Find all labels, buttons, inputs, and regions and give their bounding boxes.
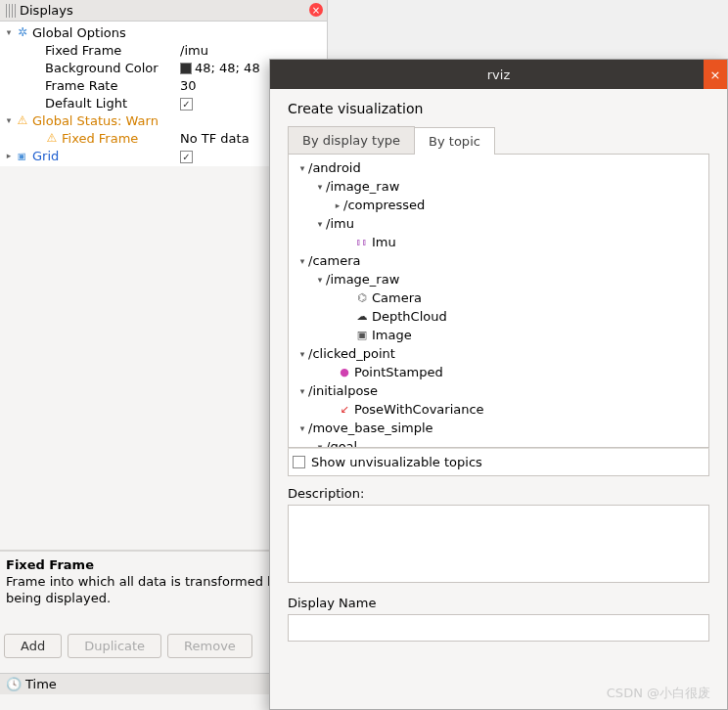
topic-row[interactable]: ↙PoseWithCovariance: [291, 400, 706, 419]
topic-label: /goal: [326, 439, 357, 447]
topic-label: PointStamped: [354, 365, 443, 379]
tab-by-display-type[interactable]: By display type: [288, 126, 415, 154]
add-button[interactable]: Add: [4, 634, 62, 658]
tree-label: Default Light: [45, 96, 127, 111]
tree-value[interactable]: No TF data: [180, 131, 250, 146]
expander-icon[interactable]: ▸: [4, 151, 14, 160]
expander-icon[interactable]: ▾: [296, 349, 308, 359]
topic-row[interactable]: ▾/goal: [291, 437, 706, 447]
topic-tree[interactable]: ▾/android▾/image_raw▸/compressed▾/imu⫾⫾I…: [289, 155, 708, 447]
show-unvisualizable-label: Show unvisualizable topics: [311, 455, 482, 469]
description-label: Description:: [288, 486, 709, 501]
topic-row[interactable]: ▾/clicked_point: [291, 344, 706, 363]
expander-icon[interactable]: ▾: [296, 256, 308, 266]
tree-label: Frame Rate: [45, 78, 117, 93]
topic-label: /imu: [326, 216, 354, 231]
tree-label: Grid: [32, 149, 59, 163]
topic-row[interactable]: ⫾⫾Imu: [291, 233, 706, 251]
topic-label: Camera: [372, 290, 422, 305]
show-unvisualizable-checkbox[interactable]: [293, 456, 305, 468]
topic-row[interactable]: ▾/image_raw: [291, 270, 706, 288]
button-row: Add Duplicate Remove: [4, 634, 252, 658]
tree-label: Fixed Frame: [45, 43, 121, 58]
duplicate-button: Duplicate: [68, 634, 161, 658]
expander-icon[interactable]: ▾: [314, 275, 326, 285]
expander-icon[interactable]: ▾: [314, 442, 326, 448]
topic-label: Image: [372, 328, 412, 342]
img2-icon: ▣: [355, 329, 369, 342]
topic-label: /move_base_simple: [308, 421, 433, 435]
description-textarea[interactable]: [288, 505, 709, 583]
tree-label: Global Options: [32, 25, 126, 40]
imu-icon: ⫾⫾: [355, 236, 369, 249]
dialog-close-icon[interactable]: ×: [704, 60, 727, 89]
tree-value[interactable]: 48; 48; 48: [180, 61, 260, 75]
expander-icon[interactable]: ▾: [4, 115, 14, 125]
tree-label: Fixed Frame: [62, 131, 138, 146]
rviz-dialog: rviz × Create visualization By display t…: [269, 59, 728, 710]
tree-label: Background Color: [45, 61, 159, 75]
tree-value[interactable]: ✓: [180, 149, 193, 163]
topic-row[interactable]: ●PointStamped: [291, 363, 706, 381]
clock-icon: 🕓: [6, 677, 22, 691]
tab-by-topic[interactable]: By topic: [414, 127, 495, 155]
show-unvisualizable-row[interactable]: Show unvisualizable topics: [288, 448, 709, 476]
pose-icon: ↙: [338, 403, 351, 417]
tree-row[interactable]: Fixed Frame/imu: [0, 41, 327, 59]
topic-label: /clicked_point: [308, 346, 395, 361]
topic-label: /image_raw: [326, 179, 399, 194]
tree-label: Global Status: Warn: [32, 113, 159, 128]
point-icon: ●: [338, 366, 351, 379]
topic-label: /compressed: [343, 198, 425, 212]
expander-icon[interactable]: ▾: [314, 219, 326, 229]
close-icon[interactable]: ×: [309, 3, 323, 17]
topic-label: /image_raw: [326, 272, 399, 287]
topic-row[interactable]: ▾/move_base_simple: [291, 419, 706, 437]
expander-icon[interactable]: ▾: [296, 386, 308, 396]
tree-value[interactable]: /imu: [180, 43, 208, 58]
topic-row[interactable]: ▸/compressed: [291, 196, 706, 214]
topic-row[interactable]: ☁DepthCloud: [291, 307, 706, 326]
time-label: Time: [25, 677, 57, 691]
topic-label: /initialpose: [308, 383, 378, 398]
dialog-title: rviz: [487, 67, 510, 82]
topic-label: PoseWithCovariance: [354, 402, 484, 417]
topic-label: Imu: [372, 235, 396, 249]
grip-icon: [6, 4, 16, 18]
expander-icon[interactable]: ▸: [332, 200, 343, 210]
cam-icon: ⌬: [355, 291, 369, 305]
warn-icon: ⚠: [45, 131, 59, 145]
dialog-heading: Create visualization: [288, 101, 709, 116]
displays-panel-title[interactable]: Displays ×: [0, 0, 327, 22]
topic-row[interactable]: ▾/imu: [291, 214, 706, 233]
remove-button: Remove: [167, 634, 252, 658]
tree-value[interactable]: ✓: [180, 96, 193, 111]
tree-row[interactable]: ▾✲Global Options: [0, 23, 327, 41]
topic-row[interactable]: ▾/camera: [291, 251, 706, 270]
topic-row[interactable]: ▾/initialpose: [291, 381, 706, 400]
displays-title-text: Displays: [20, 3, 73, 18]
expander-icon[interactable]: ▾: [296, 163, 308, 173]
expander-icon[interactable]: ▾: [4, 27, 14, 37]
cloud-icon: ☁: [355, 310, 369, 324]
tree-value[interactable]: 30: [180, 78, 197, 93]
expander-icon[interactable]: ▾: [296, 423, 308, 433]
topic-label: DepthCloud: [372, 309, 447, 324]
topic-row[interactable]: ▾/image_raw: [291, 177, 706, 196]
topic-label: /android: [308, 160, 361, 175]
topic-row[interactable]: ▾/android: [291, 158, 706, 177]
gear-icon: ✲: [16, 25, 29, 39]
display-name-input[interactable]: [288, 614, 709, 642]
warn-icon: ⚠: [16, 113, 29, 127]
expander-icon[interactable]: ▾: [314, 182, 326, 192]
topic-row[interactable]: ⌬Camera: [291, 288, 706, 307]
grid-icon: ◈: [16, 149, 29, 162]
tab-bar: By display type By topic: [288, 126, 709, 155]
topic-label: /camera: [308, 253, 360, 268]
dialog-titlebar[interactable]: rviz ×: [270, 60, 727, 89]
topic-tree-container: ▾/android▾/image_raw▸/compressed▾/imu⫾⫾I…: [288, 155, 709, 448]
topic-row[interactable]: ▣Image: [291, 326, 706, 344]
display-name-label: Display Name: [288, 596, 709, 610]
